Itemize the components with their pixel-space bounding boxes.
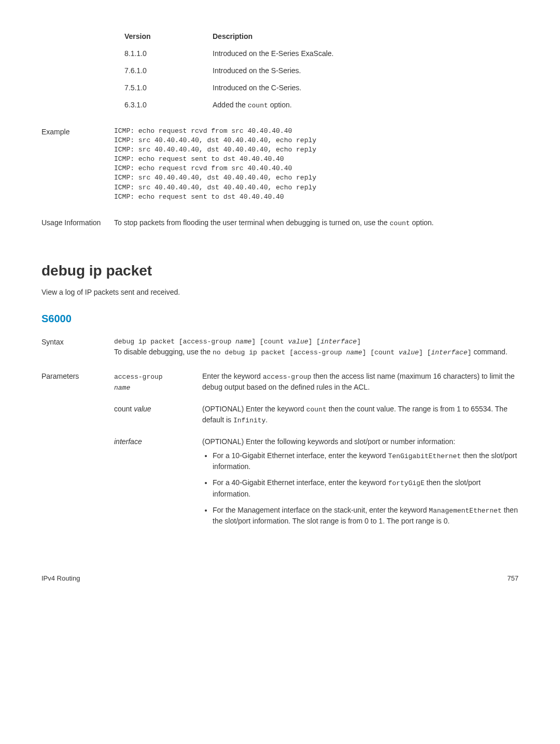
description-cell: Introduced on the E-Series ExaScale. (213, 48, 519, 59)
command-title: debug ip packet (41, 260, 519, 282)
example-code: ICMP: echo request rcvd from src 40.40.4… (114, 127, 316, 202)
parameters-section: Parameters access-groupname Enter the ke… (41, 371, 519, 543)
version-cell: 8.1.1.0 (124, 48, 213, 59)
example-label: Example (41, 127, 114, 202)
param-name: count value (114, 404, 202, 426)
platform-heading: S6000 (41, 311, 519, 326)
syntax-content: debug ip packet [access-group name] [cou… (114, 337, 519, 358)
example-section: Example ICMP: echo request rcvd from src… (41, 127, 519, 202)
param-name: interface (114, 436, 202, 532)
version-history-table: Version Description 8.1.1.0 Introduced o… (124, 31, 519, 111)
parameters-label: Parameters (41, 371, 114, 543)
page-footer: IPv4 Routing 757 (41, 573, 519, 584)
footer-chapter: IPv4 Routing (41, 573, 80, 584)
parameters-content: access-groupname Enter the keyword acces… (114, 371, 519, 543)
param-description: (OPTIONAL) Enter the keyword count then … (202, 404, 519, 426)
footer-page-number: 757 (507, 573, 519, 584)
description-cell: Introduced on the C-Series. (213, 82, 519, 93)
version-cell: 7.6.1.0 (124, 65, 213, 76)
command-subtitle: View a log of IP packets sent and receiv… (41, 287, 519, 298)
usage-text: To stop packets from flooding the user t… (114, 217, 519, 229)
list-item: For the Management interface on the stac… (213, 505, 519, 527)
usage-label: Usage Information (41, 217, 114, 229)
description-header: Description (213, 31, 519, 42)
param-description: (OPTIONAL) Enter the following keywords … (202, 436, 519, 532)
usage-information-section: Usage Information To stop packets from f… (41, 217, 519, 229)
description-cell: Introduced on the S-Series. (213, 65, 519, 76)
syntax-label: Syntax (41, 337, 114, 358)
param-name: access-groupname (114, 371, 202, 393)
param-description: Enter the keyword access-group then the … (202, 371, 519, 393)
version-header: Version (124, 31, 213, 42)
list-item: For a 10-Gigabit Ethernet interface, ent… (213, 450, 519, 473)
version-cell: 6.3.1.0 (124, 100, 213, 111)
syntax-section: Syntax debug ip packet [access-group nam… (41, 337, 519, 358)
param-bullet-list: For a 10-Gigabit Ethernet interface, ent… (202, 450, 519, 527)
list-item: For a 40-Gigabit Ethernet interface, ent… (213, 477, 519, 500)
version-cell: 7.5.1.0 (124, 82, 213, 93)
description-cell: Added the count option. (213, 100, 519, 111)
